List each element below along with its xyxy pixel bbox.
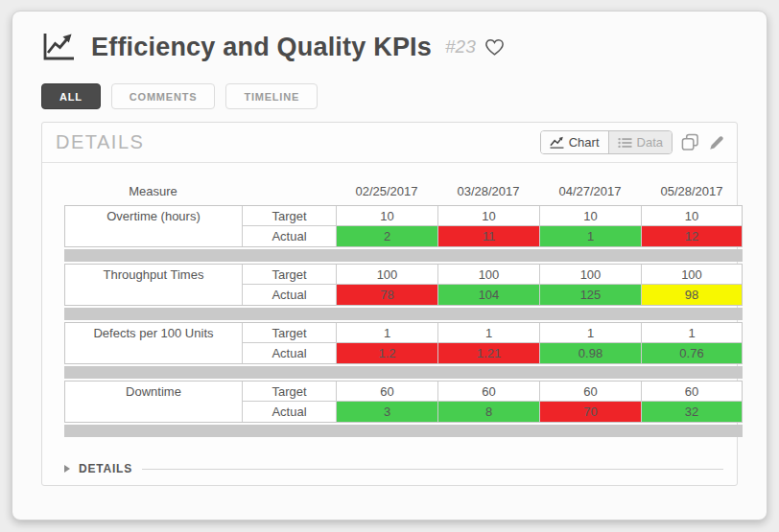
- date-column-header: 05/28/2017: [641, 184, 743, 198]
- target-value: 60: [336, 382, 437, 402]
- actual-value: 1: [539, 226, 641, 246]
- target-value: 60: [437, 382, 539, 402]
- edit-pencil-icon[interactable]: [708, 134, 725, 151]
- details-expander[interactable]: DETAILS: [64, 462, 723, 475]
- target-row-label: Target: [242, 206, 336, 226]
- date-column-header: 03/28/2017: [437, 184, 539, 198]
- target-value: 100: [641, 265, 742, 285]
- actual-value: 32: [641, 402, 742, 422]
- data-view-label: Data: [637, 135, 663, 150]
- card-header: Efficiency and Quality KPIs #23: [12, 12, 767, 62]
- kpi-group-downtime: Downtime Target 60 60 60 60 Actual 3 8 7…: [64, 381, 743, 423]
- target-value: 1: [437, 323, 539, 343]
- page-title: Efficiency and Quality KPIs: [91, 33, 432, 62]
- tab-comments[interactable]: COMMENTS: [111, 83, 216, 109]
- actual-value: 3: [336, 402, 437, 422]
- line-chart-icon: [550, 136, 564, 149]
- actual-value: 12: [641, 226, 742, 246]
- target-value: 100: [539, 265, 641, 285]
- target-value: 10: [336, 206, 437, 226]
- view-toggle: Chart Data: [540, 130, 673, 154]
- kpi-card: Efficiency and Quality KPIs #23 ALL COMM…: [12, 11, 767, 520]
- measure-name: Defects per 100 Units: [65, 323, 242, 363]
- actual-value: 2: [336, 226, 437, 246]
- copy-icon[interactable]: [681, 133, 699, 151]
- measure-column-header: Measure: [64, 184, 242, 198]
- actual-value: 1.2: [336, 343, 437, 363]
- actual-value: 11: [437, 226, 539, 246]
- target-value: 100: [336, 265, 437, 285]
- measure-name: Throughput Times: [65, 265, 242, 305]
- date-column-header: 04/27/2017: [539, 184, 641, 198]
- tab-all[interactable]: ALL: [41, 83, 101, 109]
- actual-value: 125: [539, 285, 641, 305]
- target-value: 10: [437, 206, 539, 226]
- list-icon: [618, 137, 632, 149]
- target-row-label: Target: [242, 382, 336, 402]
- item-number: #23: [445, 36, 476, 58]
- group-separator: [64, 308, 743, 320]
- target-value: 1: [336, 323, 437, 343]
- actual-value: 8: [437, 402, 539, 422]
- kpi-group-defects: Defects per 100 Units Target 1 1 1 1 Act…: [64, 322, 743, 364]
- actual-value: 0.76: [641, 343, 742, 363]
- actual-row-label: Actual: [242, 343, 336, 363]
- actual-value: 78: [336, 285, 437, 305]
- measure-name: Overtime (hours): [65, 206, 242, 246]
- target-value: 1: [641, 323, 742, 343]
- kpi-group-overtime: Overtime (hours) Target 10 10 10 10 Actu…: [64, 205, 743, 247]
- actual-row-label: Actual: [242, 402, 336, 422]
- chart-view-label: Chart: [569, 135, 600, 150]
- target-row-label: Target: [242, 265, 336, 285]
- actual-value: 98: [641, 285, 742, 305]
- target-value: 1: [539, 323, 641, 343]
- panel-header: DETAILS Chart: [42, 123, 737, 163]
- chart-view-button[interactable]: Chart: [541, 131, 608, 153]
- actual-row-label: Actual: [242, 285, 336, 305]
- details-expander-label: DETAILS: [79, 462, 132, 475]
- table-header-row: Measure 02/25/2017 03/28/2017 04/27/2017…: [64, 178, 737, 203]
- kpi-group-throughput: Throughput Times Target 100 100 100 100 …: [64, 264, 743, 306]
- favorite-heart-icon[interactable]: [484, 38, 505, 57]
- target-value: 100: [437, 265, 539, 285]
- expand-triangle-icon: [64, 465, 70, 473]
- panel-controls: Chart Data: [540, 130, 725, 154]
- group-separator: [64, 249, 743, 262]
- target-row-label: Target: [242, 323, 336, 343]
- tab-bar: ALL COMMENTS TIMELINE: [41, 83, 767, 109]
- target-value: 10: [641, 206, 742, 226]
- footer-rule: [142, 469, 723, 470]
- date-column-header: 02/25/2017: [336, 184, 437, 198]
- actual-value: 1.21: [437, 343, 539, 363]
- measure-name: Downtime: [65, 382, 242, 422]
- tab-timeline[interactable]: TIMELINE: [225, 83, 318, 109]
- kpi-table: Measure 02/25/2017 03/28/2017 04/27/2017…: [42, 163, 737, 437]
- data-view-button[interactable]: Data: [608, 131, 672, 153]
- actual-value: 104: [437, 285, 539, 305]
- target-value: 10: [539, 206, 641, 226]
- actual-row-label: Actual: [242, 226, 336, 246]
- panel-title: DETAILS: [56, 131, 144, 153]
- target-value: 60: [641, 382, 742, 402]
- group-separator: [64, 425, 743, 437]
- details-panel: DETAILS Chart: [41, 122, 738, 486]
- actual-value: 0.98: [539, 343, 641, 363]
- actual-value: 70: [539, 402, 641, 422]
- group-separator: [64, 366, 743, 379]
- target-value: 60: [539, 382, 641, 402]
- line-chart-icon: [41, 32, 77, 62]
